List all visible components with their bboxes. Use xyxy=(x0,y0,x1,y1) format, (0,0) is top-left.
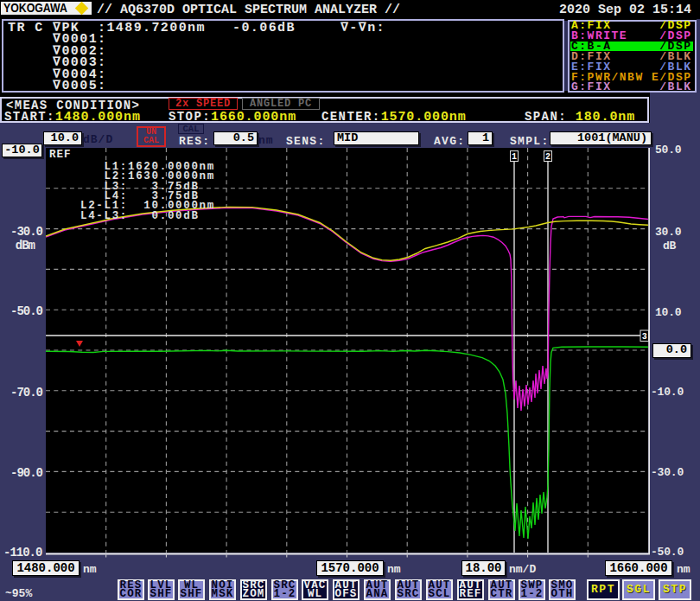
svg-text:1: 1 xyxy=(512,152,517,162)
svg-text:3: 3 xyxy=(642,332,647,342)
svg-text:2: 2 xyxy=(545,152,550,162)
